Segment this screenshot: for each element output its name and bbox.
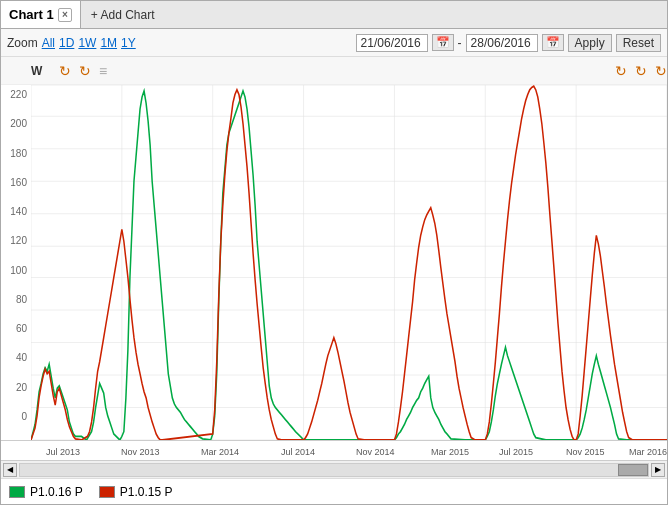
zoom-1m[interactable]: 1M [100,36,117,50]
series-control-1: ↻ [59,63,71,79]
legend-bar: P1.0.16 P P1.0.15 P [1,478,667,504]
y-label-140: 140 [10,206,27,217]
svg-text:Jul 2015: Jul 2015 [499,447,533,457]
date-to-input[interactable] [466,34,538,52]
date-separator: - [458,36,462,50]
refresh-icon-6[interactable]: ↻ [655,63,667,79]
svg-text:Mar 2015: Mar 2015 [431,447,469,457]
legend-item-red: P1.0.15 P [99,485,173,499]
chart-content: 21/6/16 22/6/16 23/6/16 24/6/16 25/6/16 … [31,85,667,440]
y-label-40: 40 [16,352,27,363]
y-label-0: 0 [21,411,27,422]
date-section: 📅 - 📅 Apply Reset [356,34,661,52]
reset-button[interactable]: Reset [616,34,661,52]
series-control-6: ↻ [655,63,667,79]
calendar-from-button[interactable]: 📅 [432,34,454,51]
refresh-icon-1[interactable]: ↻ [59,63,71,79]
chart-tab[interactable]: Chart 1 × [1,1,81,28]
series-row: W ↻ ↻ ≡ ↻ ↻ ↻ [1,57,667,85]
svg-text:Mar 2014: Mar 2014 [201,447,239,457]
legend-label-red: P1.0.15 P [120,485,173,499]
date-from-input[interactable] [356,34,428,52]
legend-label-green: P1.0.16 P [30,485,83,499]
main-window: Chart 1 × + Add Chart Zoom All 1D 1W 1M … [0,0,668,505]
add-chart-button[interactable]: + Add Chart [81,8,165,22]
y-label-160: 160 [10,177,27,188]
refresh-icon-2[interactable]: ↻ [79,63,91,79]
overview-x-axis: Jul 2013 Nov 2013 Mar 2014 Jul 2014 Nov … [31,441,667,461]
svg-text:Mar 2016: Mar 2016 [629,447,667,457]
zoom-all[interactable]: All [42,36,55,50]
y-label-80: 80 [16,294,27,305]
y-axis: 220 200 180 160 140 120 100 80 60 40 20 … [1,85,31,440]
chart-tab-label: Chart 1 [9,7,54,22]
add-chart-label: + Add Chart [91,8,155,22]
y-label-60: 60 [16,323,27,334]
scroll-thumb[interactable] [618,464,648,476]
zoom-1w[interactable]: 1W [78,36,96,50]
scroll-right-button[interactable]: ▶ [651,463,665,477]
zoom-section: Zoom All 1D 1W 1M 1Y [7,36,136,50]
chart-main: 220 200 180 160 140 120 100 80 60 40 20 … [1,85,667,440]
legend-color-green [9,486,25,498]
y-label-200: 200 [10,118,27,129]
apply-button[interactable]: Apply [568,34,612,52]
svg-text:Jul 2013: Jul 2013 [46,447,80,457]
chart-svg: 21/6/16 22/6/16 23/6/16 24/6/16 25/6/16 … [31,85,667,440]
calendar-to-button[interactable]: 📅 [542,34,564,51]
y-label-120: 120 [10,235,27,246]
series-control-3: ≡ [99,63,107,79]
series-control-5: ↻ [635,63,647,79]
series-control-2: ↻ [79,63,91,79]
scrollbar-area: ◀ ▶ [1,460,667,478]
svg-text:Jul 2014: Jul 2014 [281,447,315,457]
svg-text:Nov 2014: Nov 2014 [356,447,395,457]
legend-color-red [99,486,115,498]
title-bar: Chart 1 × + Add Chart [1,1,667,29]
legend-item-green: P1.0.16 P [9,485,83,499]
toolbar: Zoom All 1D 1W 1M 1Y 📅 - 📅 Apply Reset [1,29,667,57]
y-label-180: 180 [10,148,27,159]
refresh-icon-3[interactable]: ≡ [99,63,107,79]
svg-text:Nov 2015: Nov 2015 [566,447,605,457]
y-label-220: 220 [10,89,27,100]
svg-text:Nov 2013: Nov 2013 [121,447,160,457]
zoom-1y[interactable]: 1Y [121,36,136,50]
refresh-icon-4[interactable]: ↻ [615,63,627,79]
w-label: W [31,64,51,78]
scroll-track[interactable] [19,463,649,477]
series-control-4: ↻ [615,63,627,79]
y-label-20: 20 [16,382,27,393]
scroll-left-button[interactable]: ◀ [3,463,17,477]
tab-close-button[interactable]: × [58,8,72,22]
y-label-100: 100 [10,265,27,276]
zoom-1d[interactable]: 1D [59,36,74,50]
refresh-icon-5[interactable]: ↻ [635,63,647,79]
zoom-label: Zoom [7,36,38,50]
